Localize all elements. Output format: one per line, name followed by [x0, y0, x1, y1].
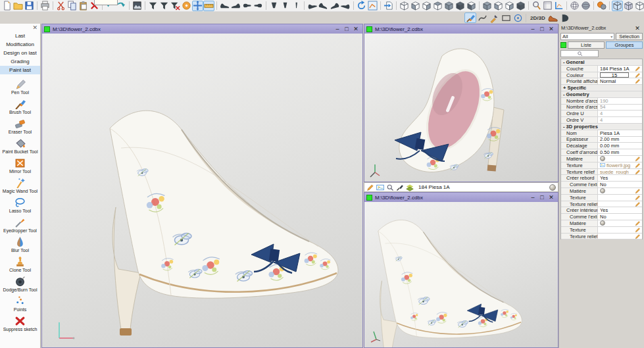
mode-heel-button[interactable]	[559, 12, 571, 23]
property-value[interactable]	[598, 234, 633, 239]
window-titlebar[interactable]: M:\3D\flower_2.cdbx – □ ✕	[364, 193, 558, 202]
filter-2-button[interactable]	[159, 1, 170, 11]
cube-hidden-button[interactable]	[634, 1, 644, 11]
cube-view-6-button[interactable]	[455, 1, 466, 11]
export-button[interactable]	[383, 1, 394, 11]
cube-grid-button[interactable]	[623, 1, 634, 11]
cube-view-5-button[interactable]	[443, 1, 455, 11]
window-titlebar[interactable]: M:\3D\flower_2.cdbx – □ ✕	[364, 24, 558, 34]
filter-button[interactable]	[147, 1, 159, 11]
search-input[interactable]	[560, 50, 599, 57]
maximize-button[interactable]: □	[342, 25, 351, 33]
property-value[interactable]	[598, 227, 633, 233]
magic-wand-tool[interactable]: Magic Wand Tool	[3, 177, 37, 193]
viewport-3d-top[interactable]	[364, 34, 558, 182]
minimize-button[interactable]: –	[528, 25, 537, 33]
last-side2-view-button[interactable]	[230, 1, 241, 11]
sphere-shaded-button[interactable]	[580, 1, 591, 11]
edit-pencil-icon[interactable]	[635, 195, 641, 201]
edit-pencil-icon[interactable]	[635, 169, 641, 175]
close-button[interactable]: ✕	[351, 25, 360, 33]
property-value[interactable]	[598, 188, 633, 194]
move-button[interactable]	[192, 1, 203, 11]
edit-pencil-icon[interactable]	[635, 201, 641, 207]
cube-view-9-button[interactable]	[493, 1, 504, 11]
pen-tool[interactable]: Pen Tool	[11, 78, 29, 95]
property-value[interactable]	[598, 156, 633, 162]
partial-chart-button[interactable]	[367, 1, 378, 11]
property-value[interactable]	[598, 220, 633, 226]
eraser-tool[interactable]: Eraser Tool	[9, 118, 32, 134]
rectangle-tool-button[interactable]	[500, 12, 512, 23]
cube-view-8-button[interactable]	[482, 1, 493, 11]
edit-pencil-icon[interactable]	[635, 72, 641, 78]
last-quarter1-button[interactable]	[307, 1, 318, 11]
last-side-view-button[interactable]	[219, 1, 230, 11]
dodge-burn-tool[interactable]: Dodge/Burn Tool	[3, 276, 37, 292]
property-value[interactable]: Yes	[598, 207, 633, 213]
edit-icon[interactable]	[366, 184, 374, 191]
filter-clear-button[interactable]	[170, 1, 181, 11]
material-sphere-icon[interactable]	[600, 220, 605, 226]
close-button[interactable]: ✕	[547, 25, 556, 33]
property-value[interactable]	[598, 195, 633, 201]
edit-pencil-icon[interactable]	[635, 78, 641, 84]
brush-tool[interactable]: Brush Tool	[9, 98, 31, 114]
paint-bucket-tool[interactable]: Paint Bucket Tool	[3, 137, 38, 154]
paste-button[interactable]	[78, 1, 89, 11]
cube-view-4-button[interactable]	[432, 1, 443, 11]
property-value[interactable]: 0.50 mm	[598, 149, 633, 155]
help-ball-button[interactable]	[181, 1, 192, 11]
points-tool[interactable]: Points	[14, 295, 26, 312]
edit-pencil-icon[interactable]	[635, 220, 641, 226]
selection-button[interactable]: Sélection	[616, 33, 643, 40]
refresh-view-button[interactable]	[356, 1, 367, 11]
cube-view-7-button[interactable]	[466, 1, 477, 11]
liste-tab[interactable]: Liste	[568, 41, 605, 49]
section-header[interactable]: + Specific	[561, 85, 642, 91]
circle-tool-button[interactable]	[512, 12, 524, 23]
mirror-tool[interactable]: Mirror Tool	[9, 157, 31, 174]
sole-top2-view-button[interactable]	[253, 1, 264, 11]
sidebar-item-grading[interactable]: Grading	[0, 57, 40, 66]
clone-tool[interactable]: Clone Tool	[9, 256, 31, 272]
cube-view-10-button[interactable]	[504, 1, 515, 11]
layers-icon[interactable]	[406, 184, 414, 191]
close-icon[interactable]: ✕	[32, 25, 37, 30]
close-button[interactable]: ✕	[547, 193, 556, 201]
property-value[interactable]: No	[598, 214, 633, 220]
last-quarter2-button[interactable]	[318, 1, 329, 11]
viewport-3d-bottom[interactable]	[364, 202, 558, 347]
minimize-button[interactable]: –	[528, 193, 537, 201]
sphere-wire-button[interactable]	[569, 1, 580, 11]
property-value[interactable]: 184 Piesa 1A	[598, 66, 633, 72]
sidebar-item-last[interactable]: Last	[0, 32, 40, 40]
section-header[interactable]: - 3D properties	[561, 124, 642, 130]
property-value[interactable]: suede_rough	[598, 169, 633, 175]
filter-dropdown[interactable]: All▾	[560, 33, 614, 40]
frame-button[interactable]	[542, 1, 553, 11]
maximize-button[interactable]: □	[537, 193, 547, 201]
pen-arrow-button[interactable]	[488, 12, 500, 23]
property-value[interactable]: No	[598, 182, 633, 187]
sole-top-view-button[interactable]	[241, 1, 253, 11]
cut-button[interactable]	[55, 1, 66, 11]
image-icon[interactable]	[376, 184, 384, 191]
material-sphere-icon[interactable]	[600, 188, 605, 193]
groupes-tab[interactable]: Groupes	[606, 41, 643, 49]
heel-front-thin-button[interactable]	[291, 1, 302, 11]
color-swatch[interactable]	[560, 42, 566, 48]
material-sphere-icon[interactable]	[549, 184, 556, 191]
property-value[interactable]: 15	[598, 72, 633, 78]
measure-button[interactable]	[203, 1, 214, 11]
axes-plot-button[interactable]	[553, 1, 564, 11]
property-value[interactable]: Normal	[598, 78, 633, 84]
property-value[interactable]: 2.00 mm	[598, 137, 633, 143]
material-sphere-icon[interactable]	[600, 156, 605, 161]
cube-view-1-button[interactable]	[399, 1, 410, 11]
minimize-button[interactable]: –	[333, 25, 342, 33]
sidebar-item-paint-last[interactable]: Paint last	[0, 66, 40, 74]
curve-tool-button[interactable]	[476, 12, 488, 23]
maximize-button[interactable]: □	[537, 25, 547, 33]
lasso-tool[interactable]: Lasso Tool	[9, 197, 31, 213]
